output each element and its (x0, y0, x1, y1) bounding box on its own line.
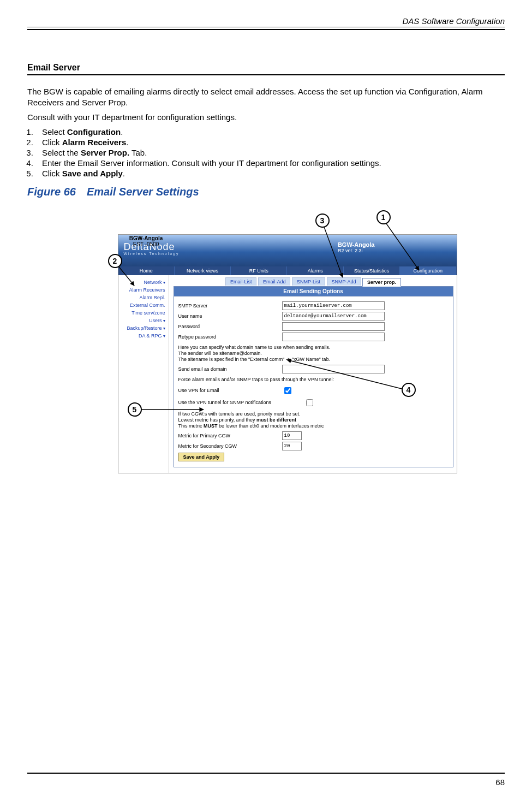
send-domain-label: Send email as domain (178, 366, 282, 372)
config-sidebar: Network Alarm Receivers Alarm Repl. Exte… (118, 275, 169, 473)
nav-home[interactable]: Home (118, 266, 175, 275)
figure-66: 1 2 3 4 5 BGW-Angola EST -0500 DeltaNode… (75, 205, 457, 434)
section-underline (27, 74, 505, 75)
domain-note: Here you can specify what domain name to… (178, 345, 449, 363)
gateway-label: BGW-Angola EST -0500 (124, 235, 168, 247)
use-vpn-snmp-label: Use the VPN tunnel for SNMP notification… (178, 400, 304, 405)
step-bold: Server Prop. (81, 148, 129, 157)
banner-bgw-version: R2 ver. 2.3i (338, 248, 375, 253)
sidebar-item-alarm-receivers[interactable]: Alarm Receivers (119, 286, 166, 294)
screenshot-window: DeltaNode Wireless Technology BGW-Angola… (118, 234, 457, 474)
metric-note-line: If two CGW:s with tunnels are used, prio… (178, 411, 301, 417)
nav-status-statistics[interactable]: Status/Statistics (344, 266, 400, 275)
page-number: 68 (495, 778, 505, 787)
step-bold: Configuration (67, 127, 121, 137)
step-3: Select the Server Prop. Tab. (35, 148, 505, 157)
steps-list: Select Configuration. Click Alarm Receiv… (27, 127, 505, 178)
banner-bgw-name: BGW-Angola (338, 241, 375, 248)
metric-note-bold: must be different (256, 417, 296, 423)
gateway-tz: EST -0500 (124, 241, 168, 247)
step-bold: Alarm Receivers (62, 138, 127, 147)
step-1: Select Configuration. (35, 127, 505, 137)
banner: DeltaNode Wireless Technology BGW-Angola… (118, 235, 457, 266)
sidebar-item-backup-restore[interactable]: Backup/Restore (119, 324, 166, 332)
step-text: . (126, 138, 128, 147)
username-label: User name (178, 313, 282, 319)
vpn-note: Force alarm emails and/or SNMP traps to … (178, 377, 449, 383)
brand-subtext: Wireless Technology (124, 252, 180, 256)
callout-5: 5 (128, 402, 142, 417)
banner-bgw: BGW-Angola R2 ver. 2.3i (338, 241, 375, 253)
section-heading: Email Server (27, 63, 505, 73)
step-4: Enter the Email Server information. Cons… (35, 158, 505, 168)
step-text: Tab. (129, 148, 147, 157)
nav-network-views[interactable]: Network views (175, 266, 231, 275)
metric-note-line: be lower than eth0 and modem interfaces … (218, 423, 324, 429)
footer-rule (27, 773, 505, 774)
secondary-tabs: Email-List Email-Add SNMP-List SNMP-Add … (174, 277, 453, 286)
step-text: Enter the Email Server information. Cons… (42, 158, 381, 168)
tab-snmp-list[interactable]: SNMP-List (292, 277, 325, 286)
tab-email-list[interactable]: Email-List (225, 277, 257, 286)
use-vpn-email-checkbox[interactable] (284, 387, 291, 394)
tab-email-add[interactable]: Email-Add (258, 277, 291, 286)
metric-secondary-input[interactable] (282, 442, 302, 450)
callout-2: 2 (108, 254, 122, 268)
running-head: DAS Software Configuration (27, 16, 505, 27)
step-bold: Save and Apply (62, 169, 123, 178)
step-text: Click (42, 138, 62, 147)
metric-note-line: This metric (178, 423, 204, 429)
metric-primary-input[interactable] (282, 431, 302, 440)
tab-server-prop[interactable]: Server prop. (362, 278, 401, 287)
password-input[interactable] (282, 322, 385, 331)
step-text: . (121, 127, 123, 137)
gateway-name: BGW-Angola (124, 235, 168, 241)
step-text: . (123, 169, 125, 178)
email-options-form: SMTP Server User name Password Rety (174, 296, 453, 468)
username-input[interactable] (282, 312, 385, 321)
metric-primary-label: Metric for Primary CGW (178, 433, 282, 438)
nav-alarms[interactable]: Alarms (287, 266, 343, 275)
content-row: Network Alarm Receivers Alarm Repl. Exte… (118, 275, 457, 473)
consult-paragraph: Consult with your IT department for conf… (27, 112, 505, 123)
password-label: Password (178, 324, 282, 329)
figure-caption: Figure 66 Email Server Settings (27, 186, 505, 198)
metric-note-line: Lowest metric has priority, and they (178, 417, 256, 423)
metric-note: If two CGW:s with tunnels are used, prio… (178, 411, 449, 430)
sidebar-item-alarm-repl[interactable]: Alarm Repl. (119, 294, 166, 301)
nav-rf-units[interactable]: RF Units (231, 266, 287, 275)
step-text: Select (42, 127, 67, 137)
sidebar-item-external-comm[interactable]: External Comm. (119, 301, 166, 309)
panel-title: Email Sending Options (174, 286, 453, 296)
step-text: Select the (42, 148, 81, 157)
header-rule (27, 27, 505, 30)
retype-password-input[interactable] (282, 333, 385, 341)
sidebar-item-network[interactable]: Network (119, 278, 166, 286)
metric-secondary-label: Metric for Secondary CGW (178, 443, 282, 449)
step-2: Click Alarm Receivers. (35, 138, 505, 147)
sidebar-item-da-rpg[interactable]: DA & RPG (119, 332, 166, 340)
smtp-server-input[interactable] (282, 301, 385, 310)
step-5: Click Save and Apply. (35, 169, 505, 178)
sidebar-item-time-serv-zone[interactable]: Time serv/zone (119, 309, 166, 317)
metric-note-bold: MUST (204, 423, 218, 429)
intro-paragraph: The BGW is capable of emailing alarms di… (27, 86, 505, 108)
nav-configuration[interactable]: Configuration (400, 266, 456, 275)
callout-1: 1 (376, 210, 391, 224)
send-domain-input[interactable] (282, 365, 385, 373)
callout-3: 3 (315, 213, 330, 228)
tab-snmp-add[interactable]: SNMP-Add (327, 277, 361, 286)
main-panel: Email-List Email-Add SNMP-List SNMP-Add … (169, 275, 457, 473)
use-vpn-snmp-checkbox[interactable] (306, 399, 313, 406)
smtp-server-label: SMTP Server (178, 303, 282, 308)
sidebar-item-users[interactable]: Users (119, 317, 166, 324)
callout-4: 4 (402, 383, 416, 397)
retype-password-label: Retype password (178, 334, 282, 340)
primary-nav: Home Network views RF Units Alarms Statu… (118, 266, 457, 275)
step-text: Click (42, 169, 62, 178)
use-vpn-email-label: Use VPN for Email (178, 388, 282, 393)
save-and-apply-button[interactable]: Save and Apply (178, 453, 225, 461)
